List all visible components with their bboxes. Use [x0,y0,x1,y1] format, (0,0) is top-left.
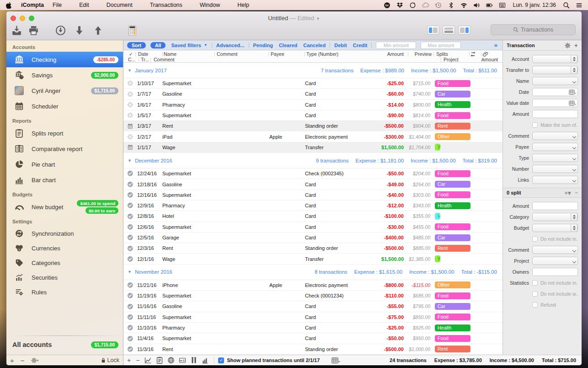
table-row[interactable]: 1/2/17 iPad Apple Electronic payment -$3… [123,131,502,142]
table-row[interactable]: 11/4/16 Supermarket Card -$50.00 $950.00… [123,333,502,344]
remove-row-button[interactable]: − [136,357,139,364]
table-row[interactable]: 11/3/16 Rent Standing order -$500.00 $1,… [123,344,502,355]
name-dropdown[interactable] [532,77,578,85]
add-row-button[interactable]: + [127,357,131,364]
calendar-picker-icon[interactable] [569,100,577,106]
column-subheader-1[interactable]: Tr... [141,57,149,62]
type-dropdown[interactable] [532,154,578,162]
toggle-bottombar-button[interactable] [443,26,455,35]
lock-button[interactable]: Lock [101,357,119,363]
compare-columns-icon[interactable] [190,357,198,364]
line-chart-icon[interactable] [144,357,152,364]
table-row[interactable]: 12/5/16 Garage Card -$400.00 $485.00 Car [123,233,502,243]
table-row[interactable]: 12/1/16 Wage Transfer $1,500.00 $1,385.0… [123,254,502,264]
table-row[interactable]: 11/10/16 Pharmacy Card -$25.00 $925.00 H… [123,323,502,333]
remove-split-button[interactable]: − [575,190,578,195]
column-subheader-4[interactable]: Amount [481,57,498,62]
toggle-inspector-button[interactable] [458,26,470,35]
account-actions-button[interactable]: ▾ [31,357,39,363]
move-down-button[interactable] [74,25,85,36]
column-header-4[interactable]: Payee [271,51,284,57]
chevron-down-icon[interactable]: ▼ [204,43,208,47]
gear-icon[interactable] [565,43,571,49]
notification-center-icon[interactable] [576,2,583,9]
circle-app-icon[interactable] [409,2,416,9]
app-te-icon[interactable]: te [384,2,390,9]
filter-canceled-button[interactable]: Canceled [303,43,326,48]
owners-input[interactable] [532,268,578,276]
do-not-include-in-checkbox[interactable] [532,236,538,242]
payee-dropdown[interactable] [532,143,578,151]
menu-app-name[interactable]: iCompta [21,2,44,8]
more-filters-button[interactable]: » [494,42,497,49]
table-row[interactable]: 11/21/16 iPhone Apple Electronic payment… [123,280,502,291]
menu-clock[interactable]: Lun. 9 janv. 12:36 [513,2,556,8]
battery-icon[interactable] [486,2,493,9]
sidebar-item-synchronization[interactable]: Synchronization [6,226,123,241]
report-icon[interactable] [156,357,163,364]
table-row[interactable]: 12/16/16 Supermarket Card -$40.00 $303.0… [123,190,502,200]
menu-item-help[interactable]: Help [237,2,249,8]
sidebar-item-cyril-anger[interactable]: Cyril Anger $1,715.00 [6,83,123,98]
do-not-include-w-checkbox[interactable] [532,291,538,297]
sidebar-item-comparative-report[interactable]: Comparative report [6,141,123,157]
sidebar-item-new-budget[interactable]: New budget $461.00 to spend$0.00 to earn [6,199,123,215]
menu-item-edit[interactable]: Edit [79,2,89,8]
column-header-8[interactable]: Splits [436,51,448,57]
comment-dropdown[interactable] [532,246,578,254]
make-the-sum-of-checkbox[interactable] [532,122,538,128]
filter-debit-button[interactable]: Debit [334,43,347,48]
category-stepper[interactable] [532,213,578,221]
column-subheader-2[interactable]: Comment [154,57,175,62]
budget-stepper[interactable] [532,224,578,232]
value-date-date-field[interactable] [532,99,578,107]
menu-item-file[interactable]: File [53,2,62,8]
paperclip-column-icon[interactable] [483,51,489,57]
advanced-filter-button[interactable]: Advanced... [216,43,245,48]
table-row[interactable]: 1/5/17 Supermarket Card -$90.00 $814.00 … [123,110,502,121]
amount-input[interactable] [532,202,578,210]
add-transaction-button[interactable]: + [574,42,578,49]
amount-input[interactable] [532,110,578,118]
group-header-november-2016[interactable]: ▼ November 2016 8 transactions Expense :… [123,265,502,280]
import-button[interactable] [11,25,22,36]
show-planned-checkbox[interactable]: ✓ [218,357,224,363]
collapse-triangle-icon[interactable]: ▼ [128,68,132,73]
column-header-2[interactable]: Name [164,51,176,57]
comment-dropdown[interactable] [532,132,578,140]
transfer-to-stepper[interactable] [532,66,578,74]
table-row[interactable]: 12/6/16 Supermarket Card -$30.00 $455.00… [123,222,502,233]
add-split-button[interactable]: +▾ [564,189,571,196]
account-stepper[interactable] [532,55,578,63]
table-row[interactable]: 12/24/16 Supermarket Check (0002345) -$5… [123,168,502,179]
column-header-3[interactable]: Comment [217,51,238,57]
sidebar-item-rules[interactable]: Rules [6,285,123,299]
group-header-december-2016[interactable]: ▼ December 2016 9 transactions Expense :… [123,153,502,168]
sidebar-item-pie-chart[interactable]: Pie chart [6,157,123,172]
table-row[interactable]: 1/6/17 Pharmacy Card -$14.00 $800.00 Hea… [123,100,502,110]
table-row[interactable]: 1/10/17 Supermarket Card -$25.00 $715.00… [123,78,502,89]
sidebar-item-scheduler[interactable]: Scheduler [6,98,123,114]
refund-checkbox[interactable] [532,302,538,308]
table-row[interactable]: 12/9/16 Pharmacy Card -$12.00 $343.00 He… [123,200,502,211]
sidebar-item-securities[interactable]: Securities [6,270,123,285]
table-row[interactable]: 12/18/16 Gasoline Card -$49.00 $254.00 C… [123,179,502,189]
toggle-sidebar-button[interactable] [427,26,439,35]
move-up-button[interactable] [93,25,103,36]
search-input[interactable]: Transactions [491,24,576,35]
table-row[interactable]: 1/7/17 Gasoline Card -$60.00 $740.00 Car [123,89,502,99]
sidebar-item-savings[interactable]: Savings $2,000.00 [6,67,123,83]
column-header-6[interactable]: Amount [387,51,404,57]
column-header-7[interactable]: Preview [415,51,432,57]
date-range-icon[interactable] [331,357,341,364]
add-account-button[interactable]: + [10,357,14,364]
menu-item-document[interactable]: Document [107,2,133,8]
menu-item-transactions[interactable]: Transactions [150,2,182,8]
saved-filters-dropdown[interactable]: Saved filters [171,43,201,48]
sort-button[interactable]: Sort [127,42,146,49]
sidebar-item-currencies[interactable]: $ Currencies [6,241,123,255]
statistics-checkbox[interactable] [532,280,538,286]
table-row[interactable]: 11/11/16 Supermarket Card -$75.00 $850.0… [123,312,502,323]
column-header-5[interactable]: Type (Number) [306,51,338,57]
spotlight-icon[interactable] [563,2,570,9]
